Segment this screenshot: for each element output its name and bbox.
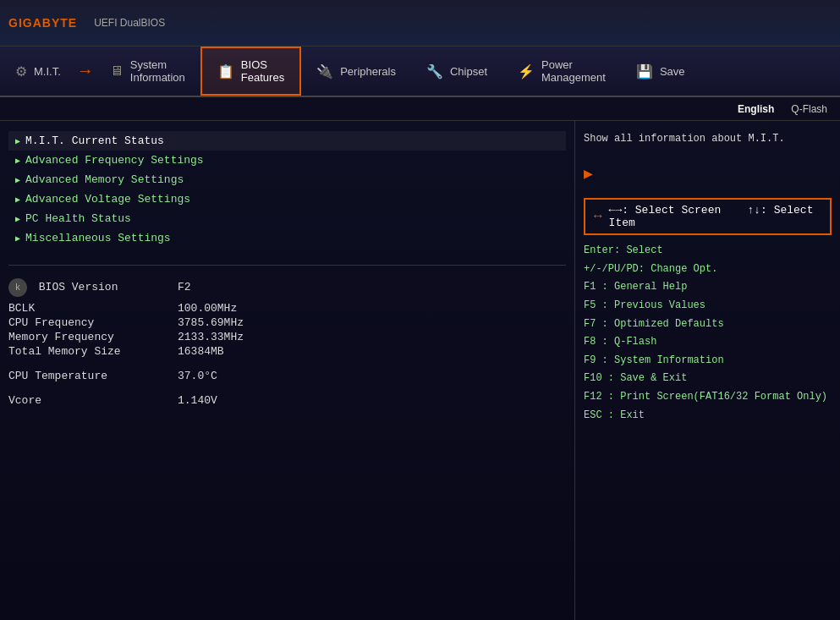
menu-label-volt: Advanced Voltage Settings xyxy=(25,193,190,206)
bios-version-value: F2 xyxy=(178,281,191,294)
cpu-temp-row: CPU Temperature 37.0°C xyxy=(8,370,566,382)
mem-freq-value: 2133.33MHz xyxy=(178,331,244,343)
help-description: Show all information about M.I.T. xyxy=(584,131,832,147)
nav-bar: ⚙ M.I.T. → 🖥 SystemInformation 📋 BIOSFea… xyxy=(0,47,840,97)
select-screen-text: ←→: Select Screen ↑↓: Select Item xyxy=(609,204,821,229)
menu-item-adv-freq[interactable]: ▶ Advanced Frequency Settings xyxy=(8,151,566,170)
esc-exit: ESC : Exit xyxy=(584,407,832,425)
save-icon: 💾 xyxy=(636,63,653,80)
mem-freq-row: Memory Frequency 2133.33MHz xyxy=(8,331,566,343)
menu-arrow-volt: ▶ xyxy=(15,195,20,205)
language-bar: English Q-Flash xyxy=(0,97,840,121)
select-arrow-icon: ↔ xyxy=(594,209,602,224)
menu-arrow-misc: ▶ xyxy=(15,233,20,244)
top-bar: GIGABYTE UEFI DualBIOS xyxy=(0,0,840,47)
nav-save[interactable]: 💾 Save xyxy=(621,47,700,96)
menu-label-misc: Miscellaneous Settings xyxy=(25,232,171,244)
nav-mit[interactable]: ⚙ M.I.T. xyxy=(0,47,76,96)
total-mem-row: Total Memory Size 16384MB xyxy=(8,345,566,358)
menu-arrow-mit: ▶ xyxy=(15,136,20,146)
menu-item-adv-mem[interactable]: ▶ Advanced Memory Settings xyxy=(8,170,566,189)
peripherals-icon: 🔌 xyxy=(316,63,333,80)
language-selector[interactable]: English xyxy=(738,103,774,115)
qflash-button[interactable]: Q-Flash xyxy=(791,103,827,115)
cpu-freq-row: CPU Frequency 3785.69MHz xyxy=(8,316,566,329)
nav-system-info[interactable]: 🖥 SystemInformation xyxy=(95,47,200,96)
bios-version-badge: k xyxy=(8,278,27,297)
menu-item-adv-volt[interactable]: ▶ Advanced Voltage Settings xyxy=(8,189,566,209)
menu-arrow-health: ▶ xyxy=(15,214,20,224)
main-content: ▶ M.I.T. Current Status ▶ Advanced Frequ… xyxy=(0,121,840,620)
nav-peripherals[interactable]: 🔌 Peripherals xyxy=(301,47,411,96)
enter-select: Enter: Select xyxy=(584,242,832,261)
f12-print: F12 : Print Screen(FAT16/32 Format Only) xyxy=(584,388,832,407)
keybinds: Enter: Select +/-/PU/PD: Change Opt. F1 … xyxy=(584,242,832,425)
nav-mit-label: M.I.T. xyxy=(34,65,61,78)
cpu-freq-value: 3785.69MHz xyxy=(178,316,244,329)
power-icon: ⚡ xyxy=(518,63,535,80)
bclk-value: 100.00MHz xyxy=(178,302,237,315)
info-section: k BIOS Version F2 BCLK 100.00MHz CPU Fre… xyxy=(8,265,566,407)
total-mem-value: 16384MB xyxy=(178,345,224,358)
brand-logo: GIGABYTE xyxy=(8,16,77,30)
mem-freq-label: Memory Frequency xyxy=(8,331,178,343)
menu-arrow-mem: ▶ xyxy=(15,175,20,185)
cursor-arrow-icon: ▶ xyxy=(584,166,593,183)
f1-help: F1 : General Help xyxy=(584,278,832,297)
cursor-row: ▶ xyxy=(584,164,832,183)
menu-item-misc[interactable]: ▶ Miscellaneous Settings xyxy=(8,228,566,248)
nav-peripherals-label: Peripherals xyxy=(340,65,396,78)
chipset-icon: 🔧 xyxy=(426,63,443,80)
menu-label-mit: M.I.T. Current Status xyxy=(25,134,164,147)
cpu-temp-value: 37.0°C xyxy=(178,370,217,382)
nav-bios-features-label: BIOSFeatures xyxy=(241,58,284,84)
nav-power-label: PowerManagement xyxy=(541,58,606,84)
menu-label-mem: Advanced Memory Settings xyxy=(25,173,184,186)
f9-sysinfo: F9 : System Information xyxy=(584,352,832,370)
bios-version-row: k BIOS Version F2 xyxy=(8,278,566,297)
mit-icon: ⚙ xyxy=(15,63,27,80)
bios-version-text: BIOS Version xyxy=(39,281,118,294)
nav-chipset[interactable]: 🔧 Chipset xyxy=(411,47,502,96)
change-opt: +/-/PU/PD: Change Opt. xyxy=(584,261,832,279)
f5-prev: F5 : Previous Values xyxy=(584,297,832,315)
vcore-value: 1.140V xyxy=(178,394,217,407)
right-panel: Show all information about M.I.T. ▶ ↔ ←→… xyxy=(575,121,840,620)
uefi-label: UEFI DualBIOS xyxy=(94,17,165,29)
vcore-label: Vcore xyxy=(8,394,178,407)
nav-chipset-label: Chipset xyxy=(450,65,487,78)
menu-item-pc-health[interactable]: ▶ PC Health Status xyxy=(8,209,566,228)
menu-item-mit-current[interactable]: ▶ M.I.T. Current Status xyxy=(8,131,566,151)
cpu-temp-label: CPU Temperature xyxy=(8,370,178,382)
vcore-row: Vcore 1.140V xyxy=(8,394,566,407)
nav-arrow-icon: → xyxy=(80,62,91,81)
f7-defaults: F7 : Optimized Defaults xyxy=(584,315,832,334)
total-mem-label: Total Memory Size xyxy=(8,345,178,358)
f10-save: F10 : Save & Exit xyxy=(584,370,832,388)
f8-qflash: F8 : Q-Flash xyxy=(584,333,832,352)
nav-power-management[interactable]: ⚡ PowerManagement xyxy=(502,47,621,96)
cpu-freq-label: CPU Frequency xyxy=(8,316,178,329)
system-info-icon: 🖥 xyxy=(110,63,124,79)
menu-arrow-freq: ▶ xyxy=(15,156,20,166)
left-panel: ▶ M.I.T. Current Status ▶ Advanced Frequ… xyxy=(0,121,575,620)
nav-bios-features[interactable]: 📋 BIOSFeatures xyxy=(200,47,301,96)
menu-label-freq: Advanced Frequency Settings xyxy=(25,154,204,167)
menu-label-health: PC Health Status xyxy=(25,212,131,225)
bios-version-label: k BIOS Version xyxy=(8,278,178,297)
nav-save-label: Save xyxy=(660,65,685,78)
bclk-label: BCLK xyxy=(8,302,178,315)
select-screen-label: ←→: Select Screen xyxy=(609,204,722,217)
bclk-row: BCLK 100.00MHz xyxy=(8,302,566,315)
bios-features-icon: 📋 xyxy=(217,63,234,80)
select-box: ↔ ←→: Select Screen ↑↓: Select Item xyxy=(584,198,832,235)
nav-system-info-label: SystemInformation xyxy=(130,58,185,84)
